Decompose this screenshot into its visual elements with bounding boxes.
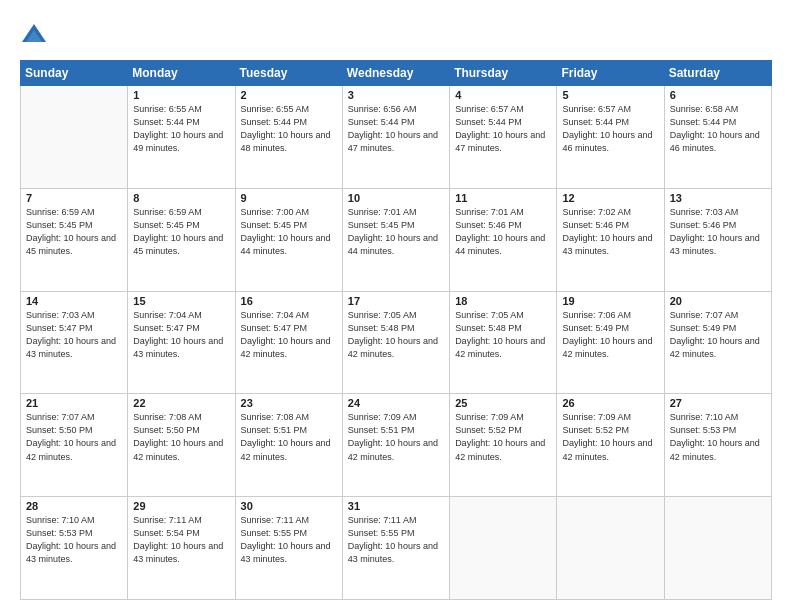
col-thursday: Thursday [450, 61, 557, 86]
col-saturday: Saturday [664, 61, 771, 86]
table-row [21, 86, 128, 189]
day-info: Sunrise: 7:06 AMSunset: 5:49 PMDaylight:… [562, 309, 658, 361]
table-row: 24 Sunrise: 7:09 AMSunset: 5:51 PMDaylig… [342, 394, 449, 497]
table-row: 19 Sunrise: 7:06 AMSunset: 5:49 PMDaylig… [557, 291, 664, 394]
table-row: 23 Sunrise: 7:08 AMSunset: 5:51 PMDaylig… [235, 394, 342, 497]
day-info: Sunrise: 6:59 AMSunset: 5:45 PMDaylight:… [133, 206, 229, 258]
header [20, 18, 772, 50]
table-row: 18 Sunrise: 7:05 AMSunset: 5:48 PMDaylig… [450, 291, 557, 394]
table-row: 11 Sunrise: 7:01 AMSunset: 5:46 PMDaylig… [450, 188, 557, 291]
logo-icon [20, 22, 48, 50]
day-info: Sunrise: 7:09 AMSunset: 5:52 PMDaylight:… [562, 411, 658, 463]
table-row: 25 Sunrise: 7:09 AMSunset: 5:52 PMDaylig… [450, 394, 557, 497]
table-row: 29 Sunrise: 7:11 AMSunset: 5:54 PMDaylig… [128, 497, 235, 600]
day-info: Sunrise: 7:04 AMSunset: 5:47 PMDaylight:… [133, 309, 229, 361]
table-row: 30 Sunrise: 7:11 AMSunset: 5:55 PMDaylig… [235, 497, 342, 600]
table-row [450, 497, 557, 600]
table-row: 1 Sunrise: 6:55 AMSunset: 5:44 PMDayligh… [128, 86, 235, 189]
table-row: 16 Sunrise: 7:04 AMSunset: 5:47 PMDaylig… [235, 291, 342, 394]
day-info: Sunrise: 6:57 AMSunset: 5:44 PMDaylight:… [562, 103, 658, 155]
day-info: Sunrise: 7:10 AMSunset: 5:53 PMDaylight:… [26, 514, 122, 566]
day-info: Sunrise: 6:55 AMSunset: 5:44 PMDaylight:… [241, 103, 337, 155]
day-number: 19 [562, 295, 658, 307]
table-row: 14 Sunrise: 7:03 AMSunset: 5:47 PMDaylig… [21, 291, 128, 394]
day-info: Sunrise: 7:08 AMSunset: 5:51 PMDaylight:… [241, 411, 337, 463]
day-info: Sunrise: 6:56 AMSunset: 5:44 PMDaylight:… [348, 103, 444, 155]
day-info: Sunrise: 7:09 AMSunset: 5:52 PMDaylight:… [455, 411, 551, 463]
day-number: 14 [26, 295, 122, 307]
day-number: 3 [348, 89, 444, 101]
day-number: 15 [133, 295, 229, 307]
table-row: 17 Sunrise: 7:05 AMSunset: 5:48 PMDaylig… [342, 291, 449, 394]
day-number: 17 [348, 295, 444, 307]
page: Sunday Monday Tuesday Wednesday Thursday… [0, 0, 792, 612]
table-row: 15 Sunrise: 7:04 AMSunset: 5:47 PMDaylig… [128, 291, 235, 394]
day-number: 8 [133, 192, 229, 204]
day-number: 11 [455, 192, 551, 204]
day-number: 29 [133, 500, 229, 512]
table-row: 20 Sunrise: 7:07 AMSunset: 5:49 PMDaylig… [664, 291, 771, 394]
day-number: 5 [562, 89, 658, 101]
day-number: 23 [241, 397, 337, 409]
day-info: Sunrise: 7:01 AMSunset: 5:45 PMDaylight:… [348, 206, 444, 258]
day-number: 1 [133, 89, 229, 101]
day-info: Sunrise: 7:03 AMSunset: 5:47 PMDaylight:… [26, 309, 122, 361]
table-row: 26 Sunrise: 7:09 AMSunset: 5:52 PMDaylig… [557, 394, 664, 497]
table-row: 28 Sunrise: 7:10 AMSunset: 5:53 PMDaylig… [21, 497, 128, 600]
calendar-table: Sunday Monday Tuesday Wednesday Thursday… [20, 60, 772, 600]
day-number: 2 [241, 89, 337, 101]
col-friday: Friday [557, 61, 664, 86]
calendar-week-row: 7 Sunrise: 6:59 AMSunset: 5:45 PMDayligh… [21, 188, 772, 291]
day-info: Sunrise: 7:08 AMSunset: 5:50 PMDaylight:… [133, 411, 229, 463]
day-number: 20 [670, 295, 766, 307]
day-number: 16 [241, 295, 337, 307]
calendar-header-row: Sunday Monday Tuesday Wednesday Thursday… [21, 61, 772, 86]
table-row [664, 497, 771, 600]
day-number: 27 [670, 397, 766, 409]
table-row: 13 Sunrise: 7:03 AMSunset: 5:46 PMDaylig… [664, 188, 771, 291]
day-number: 30 [241, 500, 337, 512]
table-row: 2 Sunrise: 6:55 AMSunset: 5:44 PMDayligh… [235, 86, 342, 189]
table-row: 8 Sunrise: 6:59 AMSunset: 5:45 PMDayligh… [128, 188, 235, 291]
table-row: 12 Sunrise: 7:02 AMSunset: 5:46 PMDaylig… [557, 188, 664, 291]
day-number: 4 [455, 89, 551, 101]
day-number: 13 [670, 192, 766, 204]
table-row: 9 Sunrise: 7:00 AMSunset: 5:45 PMDayligh… [235, 188, 342, 291]
table-row: 7 Sunrise: 6:59 AMSunset: 5:45 PMDayligh… [21, 188, 128, 291]
day-number: 25 [455, 397, 551, 409]
day-number: 31 [348, 500, 444, 512]
day-info: Sunrise: 7:04 AMSunset: 5:47 PMDaylight:… [241, 309, 337, 361]
day-info: Sunrise: 7:11 AMSunset: 5:54 PMDaylight:… [133, 514, 229, 566]
day-info: Sunrise: 7:01 AMSunset: 5:46 PMDaylight:… [455, 206, 551, 258]
logo [20, 22, 50, 50]
day-number: 9 [241, 192, 337, 204]
calendar-week-row: 21 Sunrise: 7:07 AMSunset: 5:50 PMDaylig… [21, 394, 772, 497]
day-info: Sunrise: 7:07 AMSunset: 5:50 PMDaylight:… [26, 411, 122, 463]
col-tuesday: Tuesday [235, 61, 342, 86]
table-row: 6 Sunrise: 6:58 AMSunset: 5:44 PMDayligh… [664, 86, 771, 189]
day-info: Sunrise: 6:55 AMSunset: 5:44 PMDaylight:… [133, 103, 229, 155]
day-number: 12 [562, 192, 658, 204]
calendar-week-row: 28 Sunrise: 7:10 AMSunset: 5:53 PMDaylig… [21, 497, 772, 600]
day-number: 6 [670, 89, 766, 101]
day-info: Sunrise: 6:57 AMSunset: 5:44 PMDaylight:… [455, 103, 551, 155]
table-row [557, 497, 664, 600]
table-row: 22 Sunrise: 7:08 AMSunset: 5:50 PMDaylig… [128, 394, 235, 497]
day-info: Sunrise: 7:07 AMSunset: 5:49 PMDaylight:… [670, 309, 766, 361]
day-info: Sunrise: 7:05 AMSunset: 5:48 PMDaylight:… [455, 309, 551, 361]
calendar-week-row: 14 Sunrise: 7:03 AMSunset: 5:47 PMDaylig… [21, 291, 772, 394]
day-info: Sunrise: 6:58 AMSunset: 5:44 PMDaylight:… [670, 103, 766, 155]
day-number: 18 [455, 295, 551, 307]
table-row: 31 Sunrise: 7:11 AMSunset: 5:55 PMDaylig… [342, 497, 449, 600]
table-row: 5 Sunrise: 6:57 AMSunset: 5:44 PMDayligh… [557, 86, 664, 189]
col-monday: Monday [128, 61, 235, 86]
day-info: Sunrise: 7:05 AMSunset: 5:48 PMDaylight:… [348, 309, 444, 361]
calendar-week-row: 1 Sunrise: 6:55 AMSunset: 5:44 PMDayligh… [21, 86, 772, 189]
day-number: 22 [133, 397, 229, 409]
col-wednesday: Wednesday [342, 61, 449, 86]
table-row: 3 Sunrise: 6:56 AMSunset: 5:44 PMDayligh… [342, 86, 449, 189]
day-info: Sunrise: 7:09 AMSunset: 5:51 PMDaylight:… [348, 411, 444, 463]
table-row: 27 Sunrise: 7:10 AMSunset: 5:53 PMDaylig… [664, 394, 771, 497]
table-row: 21 Sunrise: 7:07 AMSunset: 5:50 PMDaylig… [21, 394, 128, 497]
day-number: 24 [348, 397, 444, 409]
